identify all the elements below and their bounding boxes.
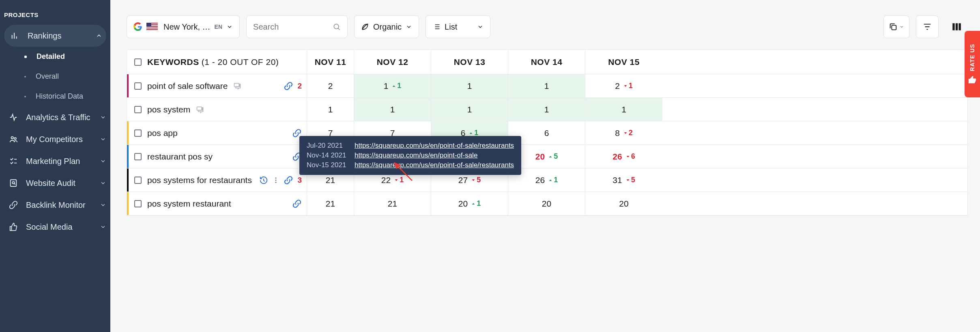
column-header-date[interactable]: NOV 14 xyxy=(508,50,585,74)
sidebar-item-label: Analytics & Traffic xyxy=(26,113,90,122)
svg-rect-8 xyxy=(146,28,158,29)
chevron-down-icon xyxy=(100,180,106,186)
rank-delta: 1 xyxy=(394,176,404,184)
rank-cell: 1 xyxy=(431,74,508,97)
sidebar-item-competitors[interactable]: My Competitors xyxy=(0,128,110,150)
link-icon xyxy=(8,200,19,210)
sidebar-item-marketing-plan[interactable]: Marketing Plan xyxy=(0,150,110,172)
toolbar: New York, … EN Organic List xyxy=(110,0,980,50)
rate-us-tab[interactable]: RATE US xyxy=(965,31,980,97)
location-selector[interactable]: New York, … EN xyxy=(127,15,240,38)
svg-rect-9 xyxy=(146,30,158,31)
rank-value: 1 xyxy=(467,105,472,114)
svg-rect-16 xyxy=(234,83,239,86)
sidebar-item-analytics[interactable]: Analytics & Traffic xyxy=(0,106,110,128)
url-link-icon[interactable] xyxy=(284,81,293,91)
chevron-down-icon xyxy=(100,114,106,121)
rank-delta: 2 xyxy=(623,129,633,137)
rank-cell: 21 xyxy=(354,192,431,215)
rank-cell: 1 xyxy=(431,98,508,121)
keyword-cell: pos system xyxy=(127,98,307,121)
column-header-date[interactable]: NOV 11 xyxy=(307,50,354,74)
row-checkbox[interactable] xyxy=(134,129,142,137)
rank-value: 1 xyxy=(328,105,333,114)
sidebar-item-detailed[interactable]: Detailed xyxy=(0,47,110,67)
row-checkbox[interactable] xyxy=(134,200,142,207)
svg-rect-13 xyxy=(952,23,954,30)
rank-delta: 1 xyxy=(623,82,633,90)
table-row[interactable]: point of sale software22111121 xyxy=(127,74,967,98)
table-row[interactable]: pos systems for restaurants3212212752613… xyxy=(127,168,967,192)
url-link-icon[interactable] xyxy=(292,199,302,209)
sidebar-item-label: Overall xyxy=(36,72,59,81)
tooltip-url[interactable]: https://squareup.com/us/en/point-of-sale… xyxy=(355,142,514,150)
tooltip-row: Nov-14 2021https://squareup.com/us/en/po… xyxy=(307,151,514,160)
rank-value: 20 xyxy=(458,199,468,209)
svg-rect-17 xyxy=(197,107,202,110)
url-link-icon[interactable] xyxy=(284,175,293,185)
column-header-date[interactable]: NOV 12 xyxy=(354,50,431,74)
svg-rect-14 xyxy=(956,23,958,30)
tooltip-date: Nov-15 2021 xyxy=(307,161,349,169)
history-icon[interactable] xyxy=(259,176,268,185)
row-checkbox[interactable] xyxy=(134,82,142,90)
row-highlight-bar xyxy=(127,74,129,97)
rank-delta: 1 xyxy=(548,176,558,184)
copy-button[interactable] xyxy=(883,15,909,38)
svg-point-11 xyxy=(334,24,339,29)
location-label: New York, … xyxy=(163,22,211,32)
bullet-icon xyxy=(24,76,26,78)
row-checkbox[interactable] xyxy=(134,177,142,184)
rank-value: 26 xyxy=(612,152,622,162)
filter-button[interactable] xyxy=(916,15,939,38)
table-row[interactable]: pos system restaurant21212012020 xyxy=(127,192,967,216)
table-header-row: KEYWORDS (1 - 20 OUT OF 20) NOV 11 NOV 1… xyxy=(127,50,967,74)
notes-icon[interactable] xyxy=(196,106,204,114)
keyword-text: restaurant pos sy xyxy=(147,152,213,162)
svg-rect-10 xyxy=(146,23,151,27)
rank-value: 21 xyxy=(326,175,335,185)
sidebar-item-rankings[interactable]: Rankings xyxy=(4,25,106,47)
traffic-type-selector[interactable]: Organic xyxy=(354,15,419,38)
column-header-date[interactable]: NOV 15 xyxy=(585,50,662,74)
view-mode-selector[interactable]: List xyxy=(426,15,490,38)
url-link-count: 2 xyxy=(297,82,302,91)
sidebar-item-website-audit[interactable]: Website Audit xyxy=(0,172,110,194)
search-input-wrapper[interactable] xyxy=(246,15,348,38)
row-highlight-bar xyxy=(127,168,129,192)
column-header-keywords[interactable]: KEYWORDS (1 - 20 OUT OF 20) xyxy=(127,50,307,74)
sidebar-item-backlink-monitor[interactable]: Backlink Monitor xyxy=(0,194,110,216)
row-highlight-bar xyxy=(127,145,129,168)
keywords-header-label: KEYWORDS xyxy=(147,57,199,67)
sidebar-item-overall[interactable]: Overall xyxy=(0,67,110,86)
copy-icon xyxy=(889,22,898,31)
keyword-text: pos system xyxy=(147,105,190,114)
sidebar-item-historical-data[interactable]: Historical Data xyxy=(0,86,110,106)
table-row[interactable]: pos app7761682 xyxy=(127,121,967,145)
table-row[interactable]: pos system11111 xyxy=(127,98,967,121)
list-icon xyxy=(432,23,441,31)
notes-icon[interactable] xyxy=(233,82,241,90)
rank-cell: 82 xyxy=(585,121,662,144)
more-icon[interactable] xyxy=(272,177,279,184)
column-header-date[interactable]: NOV 13 xyxy=(431,50,508,74)
tooltip-url[interactable]: https://squareup.com/us/en/point-of-sale… xyxy=(355,161,514,169)
keyword-text: point of sale software xyxy=(147,81,228,91)
row-checkbox[interactable] xyxy=(134,106,142,113)
rank-delta: 5 xyxy=(625,176,635,184)
svg-point-20 xyxy=(275,181,277,183)
row-checkbox[interactable] xyxy=(134,153,142,160)
search-input[interactable] xyxy=(253,22,326,32)
rank-cell: 266 xyxy=(585,145,662,168)
table-row[interactable]: restaurant pos sy211254205266 xyxy=(127,145,967,168)
rank-cell: 1 xyxy=(585,98,662,121)
sidebar-item-label: Social Media xyxy=(26,222,73,232)
columns-icon xyxy=(951,22,962,32)
select-all-checkbox[interactable] xyxy=(134,58,142,66)
tooltip-date: Nov-14 2021 xyxy=(307,151,349,160)
sidebar-item-social-media[interactable]: Social Media xyxy=(0,216,110,238)
bar-chart-icon xyxy=(10,30,20,41)
tooltip-url[interactable]: https://squareup.com/us/en/point-of-sale xyxy=(355,151,477,160)
chevron-down-icon xyxy=(100,224,106,230)
rank-cell: 21 xyxy=(307,192,354,215)
